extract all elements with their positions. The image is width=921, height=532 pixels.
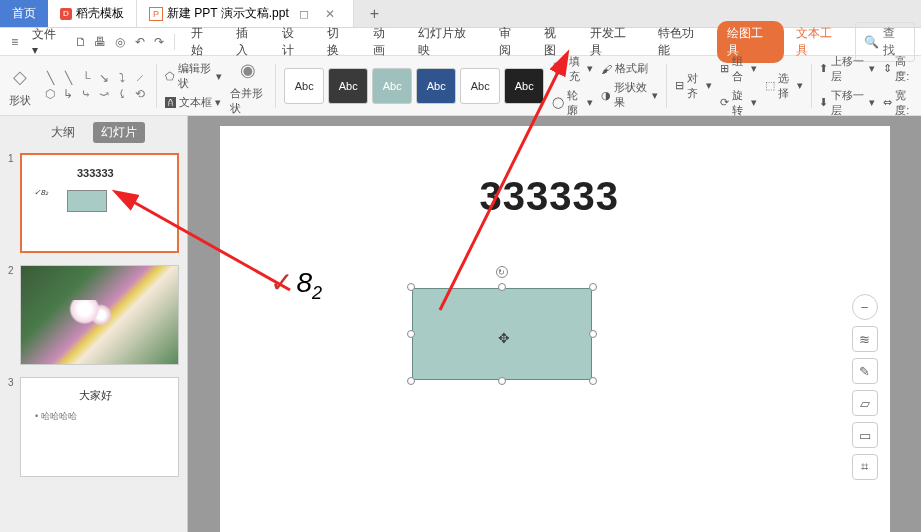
fill-button[interactable]: 🪣 填充 ▾ [552, 54, 593, 84]
tab-opts-icon[interactable]: ◻ [293, 7, 315, 21]
style-1[interactable]: Abc [284, 68, 324, 104]
tab-templates-label: 稻壳模板 [76, 5, 124, 22]
up-layer-button[interactable]: ⬆ 上移一层 ▾ [819, 54, 875, 84]
redo-icon[interactable]: ↷ [150, 33, 168, 51]
thumbnail-3[interactable]: 大家好 • 哈哈哈哈 [20, 377, 179, 477]
rotate-handle[interactable]: ↻ [496, 266, 508, 278]
down-layer-button[interactable]: ⬇ 下移一层 ▾ [819, 88, 875, 118]
resize-handle[interactable] [407, 283, 415, 291]
preview-icon[interactable]: ◎ [111, 33, 129, 51]
tab-design[interactable]: 设计 [272, 21, 315, 63]
tab-document-label: 新建 PPT 演示文稿.ppt [167, 5, 289, 22]
print-icon[interactable]: 🖶 [92, 33, 110, 51]
format-painter-button[interactable]: 🖌 格式刷 [601, 61, 658, 76]
float-pic[interactable]: ▱ [852, 390, 878, 416]
slides-tab[interactable]: 幻灯片 [93, 122, 145, 143]
tab-review[interactable]: 审阅 [489, 21, 532, 63]
close-icon[interactable]: ✕ [319, 7, 341, 21]
resize-handle[interactable] [589, 330, 597, 338]
line-gallery[interactable]: ╲╲└↘⤵⟋ ⬡↳⤷⤻⤹⟲ [42, 71, 148, 101]
resize-handle[interactable] [407, 330, 415, 338]
save-icon[interactable]: 🗋 [72, 33, 90, 51]
width-label: ⇔ 宽度: [883, 88, 915, 118]
merge-icon: ◉ [234, 56, 262, 84]
thumbnail-2[interactable] [20, 265, 179, 365]
style-5[interactable]: Abc [460, 68, 500, 104]
float-crop[interactable]: ⌗ [852, 454, 878, 480]
outline-button[interactable]: ◯ 轮廓 ▾ [552, 88, 593, 118]
tab-animation[interactable]: 动画 [363, 21, 406, 63]
shape-group[interactable]: ◇ 形状 [6, 63, 34, 108]
style-3[interactable]: Abc [372, 68, 412, 104]
float-brush[interactable]: ✎ [852, 358, 878, 384]
resize-handle[interactable] [498, 283, 506, 291]
undo-icon[interactable]: ↶ [131, 33, 149, 51]
thumbnail-1[interactable]: 333333 ✓8₂ [20, 153, 179, 253]
float-box[interactable]: ▭ [852, 422, 878, 448]
resize-handle[interactable] [498, 377, 506, 385]
tab-transition[interactable]: 切换 [317, 21, 360, 63]
style-4[interactable]: Abc [416, 68, 456, 104]
tab-features[interactable]: 特色功能 [648, 21, 715, 63]
align-button[interactable]: ⊟ 对齐 ▾ [675, 71, 712, 101]
style-gallery[interactable]: Abc Abc Abc Abc Abc Abc [284, 68, 544, 104]
menu-icon[interactable]: ≡ [6, 33, 24, 51]
float-minus[interactable]: − [852, 294, 878, 320]
style-6[interactable]: Abc [504, 68, 544, 104]
slide-canvas[interactable]: 333333 ✓82 ↻ ✥ − ≋ ✎ ▱ [220, 126, 890, 532]
thumb-num-1: 1 [8, 153, 16, 253]
cursor-icon: ✥ [498, 330, 510, 346]
selected-shape[interactable]: ↻ ✥ [412, 288, 592, 380]
edit-shape-button[interactable]: ⬠ 编辑形状 ▾ [165, 61, 222, 91]
style-2[interactable]: Abc [328, 68, 368, 104]
flowers-image [21, 266, 178, 364]
resize-handle[interactable] [589, 283, 597, 291]
outline-tab[interactable]: 大纲 [43, 122, 83, 143]
thumb-num-2: 2 [8, 265, 16, 365]
float-layers[interactable]: ≋ [852, 326, 878, 352]
resize-handle[interactable] [407, 377, 415, 385]
slide-text-8[interactable]: ✓82 [270, 266, 323, 304]
file-menu[interactable]: 文件 ▾ [26, 22, 71, 61]
tab-slideshow[interactable]: 幻灯片放映 [408, 21, 487, 63]
template-icon: D [60, 8, 72, 20]
check-icon: ✓ [270, 267, 293, 298]
resize-handle[interactable] [589, 377, 597, 385]
rotate-button[interactable]: ⟳ 旋转 ▾ [720, 88, 757, 118]
combine-button[interactable]: ⊞ 组合 ▾ [720, 54, 757, 84]
select-button[interactable]: ⬚ 选择 ▾ [765, 71, 803, 101]
merge-shape-button[interactable]: ◉ 合并形状 [230, 56, 268, 116]
shape-icon: ◇ [6, 63, 34, 91]
slide-title[interactable]: 333333 [480, 174, 619, 219]
height-label: ⇕ 高度: [883, 54, 915, 84]
effects-button[interactable]: ◑ 形状效果 ▾ [601, 80, 658, 110]
ppt-icon: P [149, 7, 163, 21]
textbox-button[interactable]: 🅰 文本框 ▾ [165, 95, 222, 110]
tab-start[interactable]: 开始 [181, 21, 224, 63]
thumb-num-3: 3 [8, 377, 16, 477]
